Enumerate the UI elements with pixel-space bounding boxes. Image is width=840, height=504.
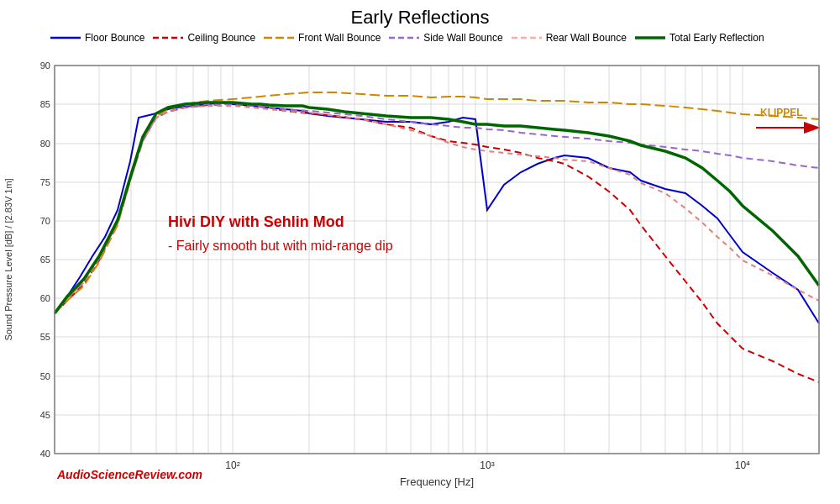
klippel-label: KLIPPEL [760,107,803,118]
svg-text:70: 70 [40,216,50,226]
svg-text:40: 40 [40,449,50,459]
svg-text:50: 50 [40,371,50,381]
annotation-line1: Hivi DIY with Sehlin Mod [168,213,344,230]
svg-text:75: 75 [40,177,50,187]
chart-container: Early Reflections Floor Bounce Ceiling B… [0,0,840,504]
x-axis-title: Frequency [Hz] [400,475,474,488]
svg-text:55: 55 [40,332,50,342]
watermark: AudioScienceReview.com [56,468,202,481]
svg-text:10²: 10² [225,459,239,471]
annotation-line2: - Fairly smooth but with mid-range dip [168,239,393,253]
chart-svg: 40 45 50 55 60 65 70 75 80 85 90 10² 10³… [0,0,840,504]
y-axis-labels: 40 45 50 55 60 65 70 75 80 85 90 [40,60,50,459]
svg-text:80: 80 [40,139,50,149]
svg-text:45: 45 [40,410,50,420]
svg-text:65: 65 [40,255,50,265]
y-axis-title: Sound Pressure Level [dB] / [2.83V 1m] [3,178,13,340]
svg-text:10³: 10³ [480,459,494,471]
x-axis-labels: 10² 10³ 10⁴ [225,459,750,471]
svg-text:90: 90 [40,60,50,71]
svg-text:10⁴: 10⁴ [735,459,750,471]
svg-text:85: 85 [40,99,50,109]
svg-text:60: 60 [40,293,50,303]
